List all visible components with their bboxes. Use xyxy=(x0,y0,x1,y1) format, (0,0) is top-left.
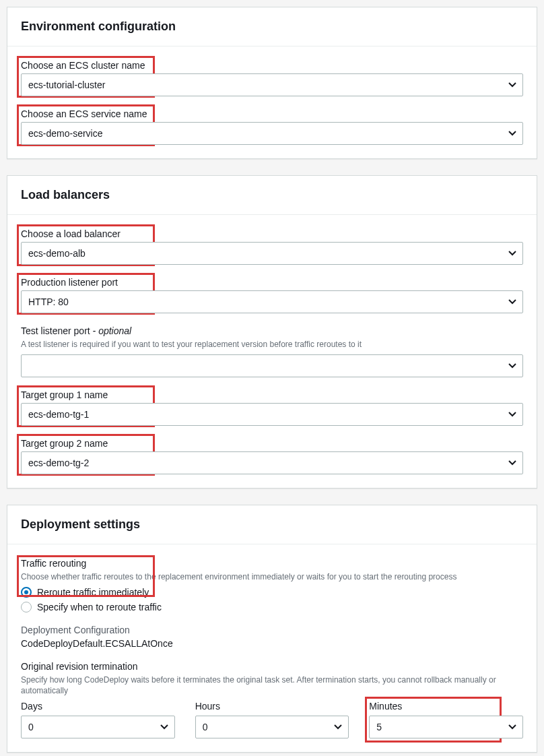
environment-configuration-panel: Environment configuration Choose an ECS … xyxy=(7,7,537,159)
prod-listener-select[interactable]: HTTP: 80 xyxy=(21,290,523,313)
tg2-label: Target group 2 name xyxy=(21,438,523,449)
load-balancer-label: Choose a load balancer xyxy=(21,228,523,239)
hours-select[interactable]: 0 xyxy=(195,716,349,738)
traffic-rerouting-desc: Choose whether traffic reroutes to the r… xyxy=(21,571,523,583)
hours-value: 0 xyxy=(195,716,349,738)
deploy-config-label: Deployment Configuration xyxy=(21,625,523,635)
test-listener-label-text: Test listener port xyxy=(21,325,90,336)
prod-listener-value: HTTP: 80 xyxy=(21,290,523,313)
ecs-cluster-label: Choose an ECS cluster name xyxy=(21,60,523,71)
traffic-rerouting-label: Traffic rerouting xyxy=(21,558,523,569)
deployment-settings-panel: Deployment settings Traffic rerouting Ch… xyxy=(7,505,537,753)
minutes-value: 5 xyxy=(369,716,523,738)
panel-body: Choose an ECS cluster name ecs-tutorial-… xyxy=(7,46,537,158)
load-balancer-value: ecs-demo-alb xyxy=(21,242,523,265)
tg1-value: ecs-demo-tg-1 xyxy=(21,403,523,426)
ecs-service-value: ecs-demo-service xyxy=(21,122,523,145)
days-select[interactable]: 0 xyxy=(21,716,175,738)
radio-label: Reroute traffic immediately xyxy=(37,587,149,598)
days-label: Days xyxy=(21,701,175,712)
test-listener-select[interactable] xyxy=(21,354,523,377)
tg1-select[interactable]: ecs-demo-tg-1 xyxy=(21,403,523,426)
prod-listener-label: Production listener port xyxy=(21,277,523,288)
tg2-value: ecs-demo-tg-2 xyxy=(21,451,523,474)
test-listener-desc: A test listener is required if you want … xyxy=(21,339,523,350)
ecs-cluster-value: ecs-tutorial-cluster xyxy=(21,73,523,96)
test-listener-value xyxy=(21,354,523,377)
panel-header: Environment configuration xyxy=(7,7,537,46)
termination-label: Original revision termination xyxy=(21,661,523,672)
panel-header: Deployment settings xyxy=(7,505,537,544)
deploy-config-value: CodeDeployDefault.ECSALLAtOnce xyxy=(21,638,523,649)
panel-body: Choose a load balancer ecs-demo-alb Prod… xyxy=(7,215,537,488)
minutes-select[interactable]: 5 xyxy=(369,716,523,738)
section-title: Load balancers xyxy=(21,188,523,202)
days-value: 0 xyxy=(21,716,175,738)
section-title: Deployment settings xyxy=(21,517,523,532)
ecs-cluster-select[interactable]: ecs-tutorial-cluster xyxy=(21,73,523,96)
page-title: Environment configuration xyxy=(21,20,523,34)
load-balancer-select[interactable]: ecs-demo-alb xyxy=(21,242,523,265)
test-listener-label: Test listener port - optional xyxy=(21,325,523,336)
hours-label: Hours xyxy=(195,701,349,712)
load-balancers-panel: Load balancers Choose a load balancer ec… xyxy=(7,175,537,489)
radio-unchecked-icon xyxy=(21,602,32,612)
tg2-select[interactable]: ecs-demo-tg-2 xyxy=(21,451,523,474)
radio-specify-when[interactable]: Specify when to reroute traffic xyxy=(21,602,523,612)
radio-reroute-immediately[interactable]: Reroute traffic immediately xyxy=(21,587,523,598)
tg1-label: Target group 1 name xyxy=(21,389,523,400)
panel-header: Load balancers xyxy=(7,176,537,215)
radio-label: Specify when to reroute traffic xyxy=(37,602,162,612)
ecs-service-select[interactable]: ecs-demo-service xyxy=(21,122,523,145)
minutes-label: Minutes xyxy=(369,701,523,712)
panel-body: Traffic rerouting Choose whether traffic… xyxy=(7,544,537,752)
termination-desc: Specify how long CodeDeploy waits before… xyxy=(21,674,523,697)
optional-label: - optional xyxy=(90,325,131,336)
ecs-service-label: Choose an ECS service name xyxy=(21,108,523,119)
radio-checked-icon xyxy=(21,587,32,598)
